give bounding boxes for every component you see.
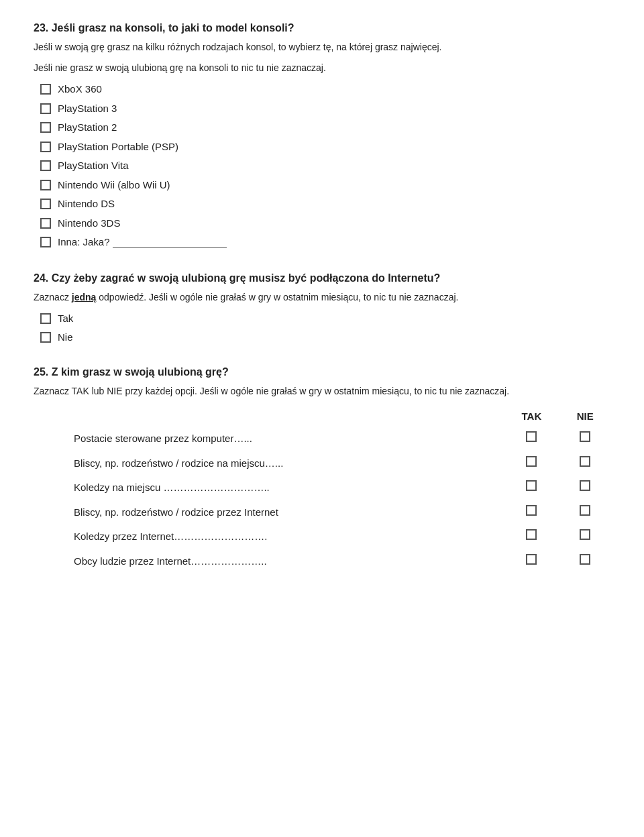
q25-nie-cell [559,427,610,451]
q25-tak-cell [503,427,559,451]
q23-option-item: Nintendo 3DS [40,216,610,231]
q25-title: 25. Z kim grasz w swoją ulubioną grę? [34,364,610,380]
q25-nie-cell [559,476,610,500]
q25-row-label: Postacie sterowane przez komputer…... [34,427,503,451]
q25-header-tak: TAK [503,406,559,427]
q23-checkbox-2[interactable] [40,122,51,133]
q23-option-item: PlayStation 3 [40,101,610,117]
q23-checkbox-1[interactable] [40,103,51,114]
q24-checkbox-1[interactable] [40,332,51,343]
q25-tak-checkbox-0[interactable] [526,431,537,442]
q23-option-item: PlayStation Vita [40,158,610,174]
q25-tak-checkbox-1[interactable] [526,456,537,467]
q25-table: TAK NIE Postacie sterowane przez kompute… [34,406,610,574]
q25-tak-cell [503,500,559,525]
q25-header-label [34,406,503,427]
q25-nie-checkbox-4[interactable] [580,529,590,540]
q23-inna-item: Inna: Jaka? [40,235,610,250]
q25-nie-cell [559,500,610,525]
q25-nie-checkbox-5[interactable] [580,554,590,565]
q25-table-body: Postacie sterowane przez komputer…...Bli… [34,427,610,573]
q23-instruction1: Jeśli w swoją grę grasz na kilku różnych… [34,40,610,54]
q25-row: Obcy ludzie przez Internet………………….. [34,549,610,574]
q24-title: 24. Czy żeby zagrać w swoją ulubioną grę… [34,270,610,286]
q25-nie-checkbox-2[interactable] [580,480,590,491]
q25-nie-checkbox-3[interactable] [580,505,590,516]
q23-option-item: XboX 360 [40,82,610,97]
q25-tak-cell [503,451,559,476]
q23-option-item: Nintendo Wii (albo Wii U) [40,178,610,193]
question-23-block: 23. Jeśli grasz na konsoli, to jaki to m… [34,20,610,250]
q25-row-label: Koledzy na miejscu ………………………….. [34,476,503,500]
q25-row-label: Koledzy przez Internet………………………. [34,524,503,549]
q23-checkbox-6[interactable] [40,199,51,209]
question-24-block: 24. Czy żeby zagrać w swoją ulubioną grę… [34,270,610,345]
q25-row: Koledzy na miejscu ………………………….. [34,476,610,500]
q23-checkbox-7[interactable] [40,218,51,229]
q24-instruction-bold: jedną [72,292,97,302]
q25-row: Postacie sterowane przez komputer…... [34,427,610,451]
q23-option-label: Nintendo 3DS [58,216,120,231]
q25-row-label: Bliscy, np. rodzeństwo / rodzice na miej… [34,451,503,476]
q23-option-label: PlayStation Portable (PSP) [58,140,178,155]
q25-row: Koledzy przez Internet………………………. [34,524,610,549]
q25-header-row: TAK NIE [34,406,610,427]
q24-option-label: Tak [58,311,73,327]
q24-checkbox-0[interactable] [40,313,51,324]
q23-inna-label: Inna: Jaka? [58,235,110,250]
q23-option-label: PlayStation Vita [58,158,129,174]
q24-option-label: Nie [58,330,73,345]
q24-instruction-suffix: odpowiedź. Jeśli w ogóle nie grałaś w gr… [96,292,458,302]
q23-option-label: XboX 360 [58,82,102,97]
question-25-block: 25. Z kim grasz w swoją ulubioną grę? Za… [34,364,610,574]
q25-nie-checkbox-1[interactable] [580,456,590,467]
q25-tak-checkbox-4[interactable] [526,529,537,540]
q25-row: Bliscy, np. rodzeństwo / rodzice na miej… [34,451,610,476]
q25-row: Bliscy, np. rodzeństwo / rodzice przez I… [34,500,610,525]
q25-tak-cell [503,476,559,500]
q24-option-item: Nie [40,330,610,345]
q24-instruction-prefix: Zaznacz [34,292,72,302]
q25-row-label: Bliscy, np. rodzeństwo / rodzice przez I… [34,500,503,525]
q25-header-nie: NIE [559,406,610,427]
q23-checkbox-4[interactable] [40,160,51,171]
q25-tak-checkbox-2[interactable] [526,480,537,491]
q23-option-label: Nintendo DS [58,197,115,212]
q24-options-list: TakNie [40,311,610,345]
q25-row-label: Obcy ludzie przez Internet………………….. [34,549,503,574]
q23-inna-text-field[interactable] [113,236,227,248]
q25-tak-cell [503,549,559,574]
q25-nie-cell [559,524,610,549]
q23-checkbox-3[interactable] [40,142,51,152]
q23-options-list: XboX 360PlayStation 3PlayStation 2PlaySt… [40,82,610,250]
q24-option-item: Tak [40,311,610,327]
q25-tak-checkbox-5[interactable] [526,554,537,565]
q23-inna-checkbox[interactable] [40,237,51,247]
q23-option-item: Nintendo DS [40,197,610,212]
q23-option-item: PlayStation 2 [40,120,610,135]
q25-nie-checkbox-0[interactable] [580,431,590,442]
q24-instruction: Zaznacz jedną odpowiedź. Jeśli w ogóle n… [34,290,610,304]
q25-instruction: Zaznacz TAK lub NIE przy każdej opcji. J… [34,384,610,398]
q23-option-label: Nintendo Wii (albo Wii U) [58,178,170,193]
q25-nie-cell [559,451,610,476]
q23-checkbox-0[interactable] [40,84,51,95]
q25-tak-cell [503,524,559,549]
q25-tak-checkbox-3[interactable] [526,505,537,516]
q23-option-label: PlayStation 3 [58,101,117,117]
q23-title: 23. Jeśli grasz na konsoli, to jaki to m… [34,20,610,36]
q23-option-item: PlayStation Portable (PSP) [40,140,610,155]
q25-nie-cell [559,549,610,574]
q23-instruction2: Jeśli nie grasz w swoją ulubioną grę na … [34,61,610,75]
q23-option-label: PlayStation 2 [58,120,117,135]
q23-checkbox-5[interactable] [40,180,51,190]
